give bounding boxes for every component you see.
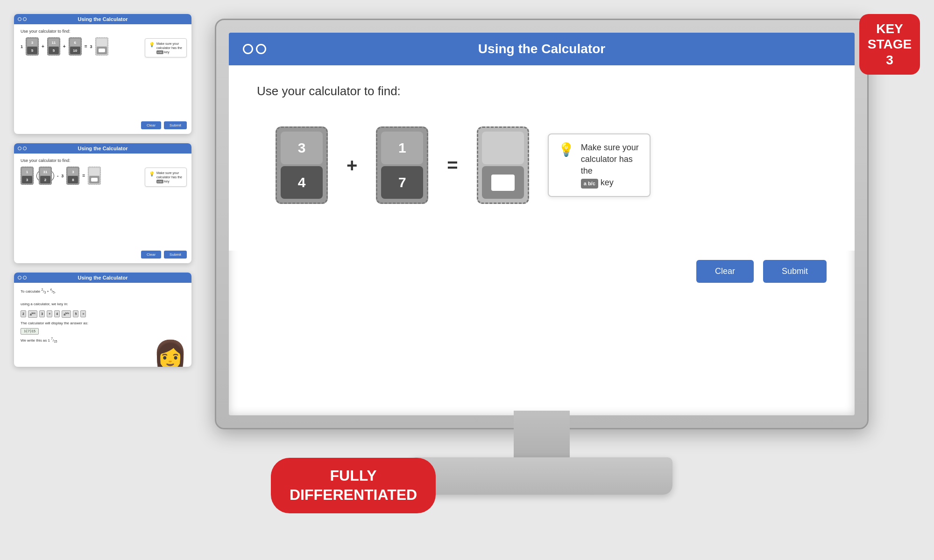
thumb2-whole: 3 [61,174,64,178]
screen-answer-tile[interactable] [477,126,529,204]
thumb1-hint-text: Make sure your calculator has the a b/c … [156,42,183,54]
thumb1-frac2: 11 5 [47,37,60,56]
screen-title: Using the Calculator [478,42,605,56]
thumb2-frac1: 1 3 [21,167,34,185]
thumb2-blank-top [89,168,99,175]
thumb3-content: To calculate 2/3 + 4/5, using a calculat… [14,283,191,367]
thumb3-key-2: 2 [21,310,26,317]
thumb1-bulb-icon: 💡 [149,42,155,48]
thumb2-instruction: Use your calculator to find: [21,158,185,163]
thumb1-frac3: 6 10 [69,37,82,56]
thumb1-blank[interactable] [95,37,108,56]
thumb2-hint-text: Make sure your calculator has the a b/c … [156,171,183,183]
thumb3-logo-circle2 [23,276,27,280]
thumb2-abc-key: a b/c [156,180,163,183]
fully-differentiated-badge: FULLY DIFFERENTIATED [271,458,436,513]
thumb2-content: Use your calculator to find: 1 3 31 2 - … [14,154,191,247]
thumb2-frac1-den: 3 [22,176,32,183]
thumb3-character-icon: 👩 [153,338,188,367]
screen-frac1-num: 3 [281,132,323,164]
key-stage-badge: KEY STAGE 3 [859,14,920,75]
thumb2-submit-button[interactable]: Submit [164,251,187,259]
thumbnail-1: Using the Calculator Use your calculator… [14,14,191,134]
monitor-body: Using the Calculator Use your calculator… [215,19,869,429]
thumb1-blank-top [97,39,107,46]
screen-hint-text: Make sure your calculator has the a b/c … [581,142,640,189]
screen-hint-suffix: key [601,178,614,187]
thumb3-line1: To calculate 2/3 + 4/5, [21,287,185,295]
thumb2-op: - [57,173,58,178]
screen-hint-content: Make sure your calculator has the a b/c … [581,142,640,189]
thumb3-key-3: 3 [39,310,45,317]
thumb2-hint: 💡 Make sure your calculator has the a b/… [145,168,187,187]
fully-diff-line2: DIFFERENTIATED [290,485,417,505]
thumb3-key-4: 4 [54,310,60,317]
thumb2-frac2-num: 31 [40,168,50,175]
fully-diff-line1: FULLY [290,466,417,486]
thumb1-frac3-num: 6 [70,39,80,46]
thumb2-frac1-num: 1 [22,168,32,175]
thumb3-display-label: The calculator will display the answer a… [21,321,185,327]
thumb1-clear-button[interactable]: Clear [141,121,161,129]
thumb3-logo [18,276,27,280]
screen-submit-button[interactable]: Submit [763,260,827,283]
screen-clear-button[interactable]: Clear [696,260,754,283]
screen-frac2-den: 7 [381,166,423,199]
screen-fraction1: 3 4 [276,126,328,204]
thumb2-frac2: 31 2 [39,167,52,185]
thumb3-title: Using the Calculator [78,275,128,280]
thumb1-instruction: Use your calculator to find: [21,29,185,34]
thumb1-buttons: Clear Submit [14,118,191,134]
monitor-screen: Using the Calculator Use your calculator… [229,33,855,415]
thumbnail-panel: Using the Calculator Use your calculator… [14,14,191,367]
thumb1-frac1-den: 5 [27,47,37,54]
screen-plus-icon: + [347,155,357,176]
thumb3-key-abc1: ab/c [28,310,37,318]
thumb3-key-abc2: ab/c [62,310,71,318]
thumb2-logo-circle1 [18,147,21,150]
thumb2-logo-circle2 [23,147,27,150]
thumb2-logo [18,147,27,150]
thumb1-whole1: 1 [21,44,23,49]
thumb2-equals: = [82,173,85,178]
thumb2-bulb-icon: 💡 [149,171,155,177]
thumb2-frac3: 3 8 [66,167,79,185]
thumb1-op2: + [63,44,66,49]
thumb2-blank-white [91,178,98,182]
thumb2-frac2-den: 2 [40,176,50,183]
screen-equals-icon: = [447,155,458,176]
screen-frac2-num: 1 [381,132,423,164]
thumb2-clear-button[interactable]: Clear [141,251,161,259]
screen-logo-circle1 [243,44,253,54]
screen-frac1-den: 4 [281,166,323,199]
thumb2-frac3-num: 3 [68,168,78,175]
thumb3-display: 1┤7├15 [21,328,39,335]
screen-abc-key: a b/c [581,179,598,189]
screen-instruction: Use your calculator to find: [257,84,827,98]
screen-answer-num [482,132,524,164]
screen-buttons: Clear Submit [229,260,855,283]
thumbnail-3: Using the Calculator To calculate 2/3 + … [14,273,191,367]
thumb3-key-plus: + [47,310,52,317]
screen-logo-circle2 [256,44,266,54]
monitor: Using the Calculator Use your calculator… [215,19,906,532]
thumb1-frac2-den: 5 [49,47,59,54]
screen-header: Using the Calculator [229,33,855,65]
thumb1-logo-circle2 [23,17,27,21]
thumb2-blank[interactable] [88,167,101,185]
screen-hint-box: 💡 Make sure your calculator has the a b/… [548,133,651,197]
screen-answer-input[interactable] [491,175,515,191]
thumb1-abc-key: a b/c [156,50,163,54]
thumb3-line2: using a calculator, we key in: [21,301,185,308]
screen-hint-line1: Make sure your calculator has the [581,143,639,175]
screen-bulb-icon: 💡 [558,142,574,157]
key-stage-line2: STAGE [868,36,912,52]
screen-content: Use your calculator to find: 3 4 + 1 7 = [229,65,855,251]
thumb1-frac3-den: 10 [70,47,80,54]
monitor-neck [514,411,570,457]
screen-answer-den [482,166,524,199]
thumb1-header: Using the Calculator [14,14,191,24]
thumb1-submit-button[interactable]: Submit [164,121,187,129]
screen-logo [243,44,266,54]
screen-fraction-equation: 3 4 + 1 7 = [276,126,827,204]
